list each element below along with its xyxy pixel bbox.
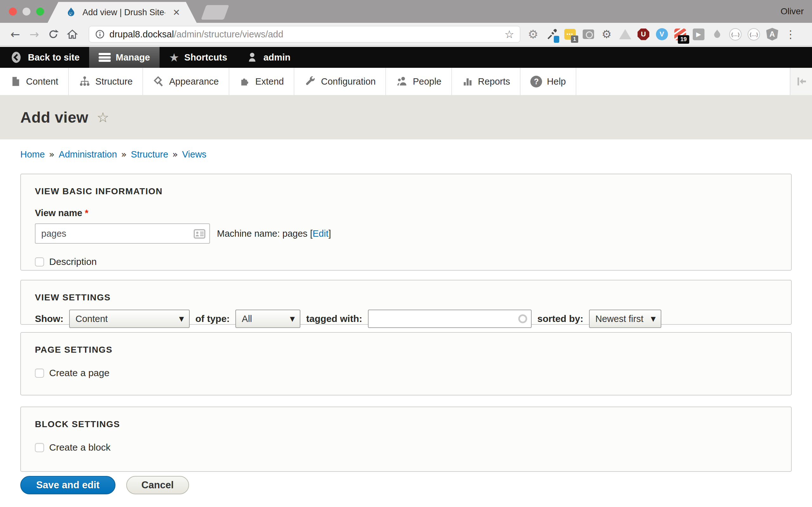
menu-item-extend[interactable]: Extend	[229, 68, 294, 95]
screenshot-icon[interactable]: ••• 1	[563, 28, 576, 41]
sorted-by-select[interactable]: Newest first ▼	[589, 309, 661, 328]
section-heading: PAGE SETTINGS	[35, 345, 791, 355]
shortcuts-star-icon: ★	[169, 51, 179, 64]
json-viewer-icon[interactable]: {…}	[747, 28, 760, 41]
drive-icon[interactable]	[618, 28, 631, 41]
user-icon	[246, 51, 258, 64]
description-label: Description	[49, 257, 97, 267]
home-icon[interactable]	[65, 29, 79, 40]
browser-tabstrip: Add view | Drush Site-Install ✕ Oliver	[0, 0, 812, 23]
todoist-badge: 19	[678, 35, 689, 44]
appearance-icon	[153, 76, 164, 87]
breadcrumb-home[interactable]: Home	[20, 149, 45, 160]
chevron-down-icon: ▼	[651, 315, 656, 323]
json-formatter-icon[interactable]: {…}	[729, 28, 742, 41]
back-icon[interactable]: ←	[8, 28, 22, 41]
drupal-favicon	[65, 7, 77, 18]
screenshot-badge: 1	[571, 36, 578, 43]
reload-icon[interactable]	[46, 29, 60, 40]
view-settings-section: VIEW SETTINGS Show: Content ▼ of type: A…	[20, 280, 792, 325]
play-icon[interactable]: ▶	[692, 28, 705, 41]
vimeo-icon[interactable]: V	[655, 28, 668, 41]
eyedropper-badge	[554, 36, 559, 43]
back-chevron-icon	[9, 50, 23, 65]
url-path: /admin/structure/views/add	[174, 29, 283, 39]
shortcuts-label: Shortcuts	[184, 52, 227, 63]
page-header: Add view ☆	[0, 95, 812, 139]
close-window-button[interactable]	[9, 8, 17, 15]
menu-item-content[interactable]: Content	[0, 68, 69, 95]
create-block-label: Create a block	[49, 442, 110, 453]
cog-icon[interactable]: ⚙	[600, 28, 613, 41]
save-and-edit-button[interactable]: Save and edit	[20, 476, 115, 494]
ublock-icon[interactable]: U	[637, 28, 650, 41]
people-icon	[396, 75, 408, 88]
menu-item-reports[interactable]: Reports	[452, 68, 521, 95]
menu-item-appearance[interactable]: Appearance	[143, 68, 229, 95]
zoom-window-button[interactable]	[36, 8, 44, 15]
help-icon: ?	[530, 76, 542, 88]
machine-name-edit-link[interactable]: Edit	[312, 228, 328, 239]
page-info-icon[interactable]	[95, 29, 105, 39]
collapse-arrow-icon	[795, 75, 808, 88]
gear-icon[interactable]: ⚙	[526, 28, 540, 41]
breadcrumb-administration[interactable]: Administration	[59, 149, 117, 160]
breadcrumb-structure[interactable]: Structure	[131, 149, 168, 160]
of-type-select[interactable]: All ▼	[235, 309, 300, 328]
create-block-checkbox[interactable]	[35, 443, 44, 452]
todoist-icon[interactable]: 19	[674, 28, 687, 41]
admin-user-label: admin	[263, 52, 290, 63]
machine-name-card-icon	[193, 227, 206, 240]
menu-item-help[interactable]: ? Help	[520, 68, 576, 95]
cancel-button[interactable]: Cancel	[126, 476, 189, 494]
shortcuts-button[interactable]: ★ Shortcuts	[159, 47, 237, 68]
new-tab-button[interactable]	[201, 5, 229, 20]
forward-icon[interactable]: →	[27, 28, 41, 41]
page-title: Add view	[20, 109, 89, 126]
url-domain: drupal8.docksal	[109, 29, 174, 39]
required-marker: *	[85, 208, 88, 218]
tagged-with-input[interactable]	[368, 309, 531, 328]
overflow-menu-icon[interactable]: ⋮	[784, 28, 797, 41]
of-type-label: of type:	[195, 314, 230, 324]
extend-icon	[239, 76, 251, 87]
window-controls	[9, 8, 44, 15]
browser-profile-name[interactable]: Oliver	[780, 6, 804, 16]
bookmark-star-icon[interactable]: ☆	[505, 28, 514, 41]
section-heading: VIEW SETTINGS	[35, 292, 791, 302]
browser-tab[interactable]: Add view | Drush Site-Install ✕	[48, 2, 197, 23]
minimize-window-button[interactable]	[22, 8, 31, 15]
autocomplete-spinner-icon	[518, 314, 527, 323]
page-content: Home » Administration » Structure » View…	[0, 139, 812, 507]
chevron-down-icon: ▼	[290, 315, 295, 323]
toolbar-collapse-button[interactable]	[790, 68, 812, 95]
show-select[interactable]: Content ▼	[69, 309, 190, 328]
show-label: Show:	[35, 314, 63, 324]
menu-item-people[interactable]: People	[386, 68, 452, 95]
extension-icons: ⚙ ••• 1 ⚙ U V 19 ▶ {…} {…} A ⋮	[526, 28, 797, 41]
admin-user-button[interactable]: admin	[237, 47, 300, 68]
manage-button[interactable]: Manage	[89, 47, 159, 68]
section-heading: VIEW BASIC INFORMATION	[35, 186, 791, 196]
breadcrumb-views[interactable]: Views	[182, 149, 206, 160]
drupal-ext-icon[interactable]	[711, 28, 723, 41]
back-to-site-button[interactable]: Back to site	[0, 47, 89, 68]
url-text: drupal8.docksal/admin/structure/views/ad…	[109, 29, 283, 40]
eyedropper-icon[interactable]	[545, 28, 558, 41]
camera-icon[interactable]	[582, 28, 595, 41]
structure-icon	[79, 75, 91, 88]
menu-item-structure[interactable]: Structure	[69, 68, 143, 95]
form-actions: Save and edit Cancel	[20, 476, 189, 494]
create-page-checkbox[interactable]	[35, 369, 44, 378]
reports-icon	[462, 76, 473, 87]
view-name-input[interactable]	[35, 223, 210, 244]
create-page-label: Create a page	[49, 368, 109, 378]
angular-icon[interactable]: A	[766, 28, 779, 41]
description-checkbox[interactable]	[35, 257, 44, 267]
address-bar[interactable]: drupal8.docksal/admin/structure/views/ad…	[89, 26, 520, 43]
menu-item-configuration[interactable]: Configuration	[294, 68, 386, 95]
section-heading: BLOCK SETTINGS	[35, 419, 791, 429]
tab-close-icon[interactable]: ✕	[173, 7, 180, 18]
favorite-star-icon[interactable]: ☆	[97, 109, 109, 125]
browser-toolbar: ← → drupal8.docksal/admin/structure/view…	[0, 23, 812, 46]
